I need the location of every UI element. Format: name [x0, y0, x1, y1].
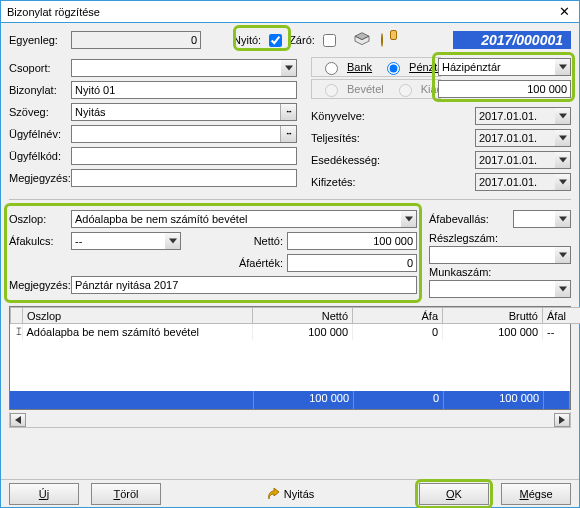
opening-label: Nyitó: — [233, 34, 261, 46]
expense-radio — [399, 84, 412, 97]
scroll-left-icon — [10, 413, 26, 427]
vat-field[interactable] — [287, 254, 417, 272]
col-netto: Nettó — [253, 308, 353, 324]
payment-label: Kifizetés: — [311, 176, 399, 188]
bank-radio[interactable] — [325, 62, 338, 75]
amount-field[interactable] — [438, 80, 571, 98]
col-afa: Áfa — [353, 308, 443, 324]
lineremark-label: Megjegyzés: — [9, 279, 67, 291]
delete-button[interactable]: Töröl — [91, 483, 161, 505]
job-combo[interactable] — [429, 280, 571, 298]
income-label: Bevétel — [347, 83, 384, 95]
col-oszlop: Oszlop — [23, 308, 253, 324]
job-label: Munkaszám: — [429, 266, 491, 278]
chevron-down-icon[interactable] — [281, 59, 297, 77]
clientcode-label: Ügyfélkód: — [9, 150, 67, 162]
coins-icon[interactable] — [381, 34, 383, 46]
cash-radio[interactable] — [387, 62, 400, 75]
chevron-down-icon[interactable] — [555, 107, 571, 125]
ellipsis-icon[interactable]: ··· — [280, 104, 296, 120]
net-field[interactable] — [287, 232, 417, 250]
print-icon[interactable] — [353, 32, 371, 48]
table-row[interactable]: 𝙸 Adóalapba be nem számító bevétel 100 0… — [11, 324, 581, 341]
balance-label: Egyenleg: — [9, 34, 67, 46]
ok-button[interactable]: OK — [419, 483, 489, 505]
col-brutto: Bruttó — [443, 308, 543, 324]
serial-number: 2017/000001 — [453, 31, 571, 49]
chevron-down-icon[interactable] — [165, 232, 181, 250]
remark-field[interactable] — [71, 169, 297, 187]
clientname-label: Ügyfélnév: — [9, 128, 67, 140]
grid-header-row: Oszlop Nettó Áfa Bruttó Áfal — [11, 308, 581, 324]
closing-label: Záró: — [289, 34, 315, 46]
clientname-field[interactable] — [71, 125, 297, 143]
posted-label: Könyvelve: — [311, 110, 399, 122]
group-combo[interactable] — [71, 59, 297, 77]
group-label: Csoport: — [9, 62, 67, 74]
fulfil-label: Teljesítés: — [311, 132, 399, 144]
lineremark-field[interactable] — [71, 276, 417, 294]
voucher-label: Bizonylat: — [9, 84, 67, 96]
chevron-down-icon[interactable] — [401, 210, 417, 228]
net-label: Nettó: — [231, 235, 283, 247]
chevron-down-icon[interactable] — [555, 129, 571, 147]
window-title: Bizonylat rögzítése — [7, 6, 555, 18]
cancel-button[interactable]: Mégse — [501, 483, 571, 505]
refresh-icon[interactable]: Nyitás — [266, 487, 315, 501]
new-button[interactable]: Új — [9, 483, 79, 505]
column-combo[interactable] — [71, 210, 417, 228]
chevron-down-icon[interactable] — [555, 58, 571, 76]
close-icon[interactable]: ✕ — [555, 3, 573, 21]
chevron-down-icon[interactable] — [555, 173, 571, 191]
vat-label: Áfaérték: — [231, 257, 283, 269]
voucher-field[interactable] — [71, 81, 297, 99]
due-label: Esedékesség: — [311, 154, 399, 166]
refresh-label: Nyitás — [284, 488, 315, 500]
chevron-down-icon[interactable] — [555, 151, 571, 169]
text-label: Szöveg: — [9, 106, 67, 118]
row-cursor-icon: 𝙸 — [11, 324, 23, 340]
dept-combo[interactable] — [429, 246, 571, 264]
column-label: Oszlop: — [9, 213, 67, 225]
closing-checkbox[interactable] — [323, 34, 336, 47]
grid-total-row: 100 000 0 100 000 — [10, 391, 570, 409]
ellipsis-icon[interactable]: ··· — [280, 126, 296, 142]
bank-label: Bank — [347, 61, 372, 73]
vatkey-label: Áfakulcs: — [9, 235, 67, 247]
account-combo[interactable] — [438, 58, 571, 76]
opening-checkbox[interactable] — [269, 34, 282, 47]
chevron-down-icon[interactable] — [555, 210, 571, 228]
vatreturn-label: Áfabevallás: — [429, 213, 489, 225]
chevron-down-icon[interactable] — [555, 280, 571, 298]
col-afak: Áfal — [543, 308, 581, 324]
remark-label: Megjegyzés: — [9, 172, 67, 184]
text-field[interactable] — [71, 103, 297, 121]
balance-field — [71, 31, 201, 49]
horizontal-scrollbar[interactable] — [9, 412, 571, 428]
clientcode-field[interactable] — [71, 147, 297, 165]
scroll-right-icon — [554, 413, 570, 427]
income-radio — [325, 84, 338, 97]
dept-label: Részlegszám: — [429, 232, 498, 244]
lines-grid[interactable]: Oszlop Nettó Áfa Bruttó Áfal 𝙸 Adóalapba… — [9, 306, 571, 410]
chevron-down-icon[interactable] — [555, 246, 571, 264]
